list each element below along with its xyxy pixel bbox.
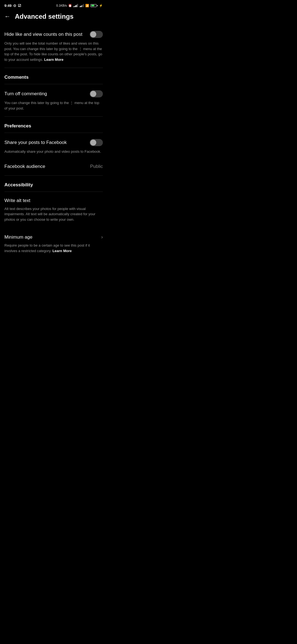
alt-text-row[interactable]: Write alt text Alt text describes your p…	[4, 193, 103, 230]
turn-off-commenting-label: Turn off commenting	[4, 91, 90, 97]
alarm-icon: ⏰	[68, 4, 72, 7]
alt-text-description: Alt text describes your photos for peopl…	[4, 206, 103, 227]
share-facebook-description: Automatically share your photo and video…	[4, 149, 103, 159]
hide-like-counts-description: Only you will see the total number of li…	[4, 41, 103, 67]
turn-off-commenting-toggle[interactable]	[90, 90, 103, 97]
page-title: Advanced settings	[15, 13, 73, 20]
bar-1	[73, 6, 74, 7]
status-right: 0.1KB/s ⏰ 📶 ⚡	[56, 4, 103, 7]
turn-off-commenting-row: Turn off commenting	[4, 85, 103, 100]
preferences-section-header: Preferences	[4, 118, 103, 132]
battery-body	[90, 4, 97, 7]
learn-more-link-2[interactable]: Learn More	[53, 249, 72, 253]
comments-section-header: Comments	[4, 69, 103, 83]
divider-5	[4, 175, 103, 176]
facebook-audience-value: Public	[90, 164, 103, 169]
status-icon-2: ☑	[18, 4, 21, 8]
status-left: 9:49 ⊙ ☑	[4, 4, 21, 8]
minimum-age-row[interactable]: Minimum age ›	[4, 229, 103, 243]
bar-5	[83, 4, 84, 7]
status-bar: 9:49 ⊙ ☑ 0.1KB/s ⏰ 📶 ⚡	[0, 0, 107, 10]
battery-icon	[90, 4, 98, 7]
status-time: 9:49	[4, 4, 12, 8]
minimum-age-description: Require people to be a certain age to se…	[4, 243, 103, 258]
divider-1	[4, 68, 103, 68]
hide-like-counts-toggle[interactable]	[90, 31, 103, 38]
divider-6	[4, 192, 103, 192]
back-button[interactable]: ←	[4, 13, 10, 20]
bottom-gap	[4, 258, 103, 264]
turn-off-commenting-description: You can change this later by going to th…	[4, 100, 103, 115]
bar-4	[82, 5, 83, 7]
accessibility-section-header: Accessibility	[4, 177, 103, 190]
header: ← Advanced settings	[0, 10, 107, 26]
battery-tip	[97, 5, 98, 6]
bar-2	[80, 6, 81, 7]
facebook-audience-label: Facebook audience	[4, 164, 45, 169]
bar-2	[75, 6, 75, 7]
toggle-track	[90, 139, 103, 146]
toggle-thumb	[90, 140, 96, 146]
hide-like-counts-row: Hide like and view counts on this post	[4, 26, 103, 41]
bar-3	[75, 5, 76, 7]
wifi-icon: 📶	[85, 4, 89, 7]
signal-bars-1	[73, 4, 78, 7]
toggle-track	[90, 31, 103, 38]
battery-fill	[91, 5, 95, 6]
divider-2	[4, 84, 103, 84]
alt-text-label: Write alt text	[4, 198, 103, 203]
share-facebook-row: Share your posts to Facebook	[4, 134, 103, 149]
bar-5	[77, 4, 78, 7]
share-facebook-label: Share your posts to Facebook	[4, 140, 90, 145]
bar-4	[76, 5, 77, 7]
content: Hide like and view counts on this post O…	[0, 26, 107, 264]
toggle-thumb	[90, 31, 96, 37]
bar-3	[81, 5, 82, 7]
bar-1	[79, 6, 80, 7]
status-icon-1: ⊙	[13, 4, 16, 8]
chevron-right-icon: ›	[101, 234, 103, 240]
facebook-audience-row[interactable]: Facebook audience Public	[4, 159, 103, 174]
minimum-age-label: Minimum age	[4, 234, 32, 240]
toggle-thumb	[90, 91, 96, 97]
signal-bars-2	[79, 4, 84, 7]
divider-3	[4, 116, 103, 117]
share-facebook-toggle[interactable]	[90, 139, 103, 146]
hide-like-counts-label: Hide like and view counts on this post	[4, 32, 90, 37]
toggle-track	[90, 90, 103, 97]
divider-4	[4, 133, 103, 133]
charging-icon: ⚡	[99, 4, 103, 7]
network-speed: 0.1KB/s	[56, 4, 67, 7]
learn-more-link-1[interactable]: Learn More	[44, 58, 64, 62]
